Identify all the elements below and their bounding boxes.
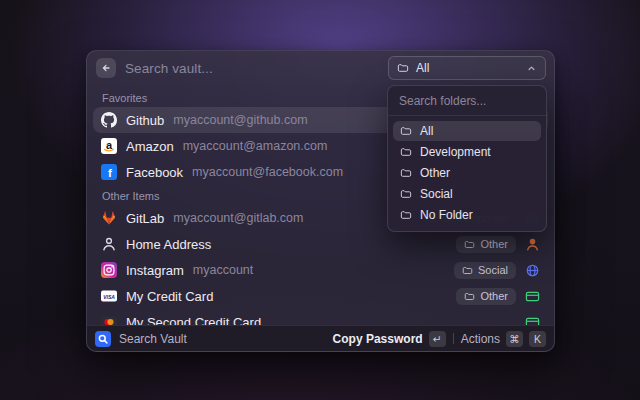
folder-badge-label: Social xyxy=(478,264,508,276)
folder-icon xyxy=(400,167,412,179)
cmd-key-badge: ⌘ xyxy=(506,331,523,347)
gitlab-icon xyxy=(101,210,117,226)
k-key-badge: K xyxy=(529,331,546,347)
folder-option-label: Other xyxy=(420,166,450,180)
folder-dropdown-panel: Search folders... All Development Other … xyxy=(387,85,547,232)
folder-icon xyxy=(400,188,412,200)
arrow-left-icon xyxy=(100,62,112,74)
github-icon xyxy=(101,112,117,128)
folder-icon xyxy=(400,209,412,221)
item-name: Instagram xyxy=(126,263,184,278)
folder-search-input[interactable]: Search folders... xyxy=(388,86,546,115)
item-name: My Credit Card xyxy=(126,289,213,304)
item-username: myaccount xyxy=(193,263,253,277)
search-vault-window: Search vault... All Favorites Github mya… xyxy=(86,50,555,352)
item-username: myaccount@github.com xyxy=(173,113,307,127)
identity-person-icon xyxy=(525,237,540,252)
folder-icon xyxy=(400,146,412,158)
folder-badge: Other xyxy=(456,288,516,305)
folder-badge-label: Other xyxy=(480,238,508,250)
folder-icon xyxy=(464,239,475,250)
desktop-background: Search vault... All Favorites Github mya… xyxy=(0,0,640,400)
item-name: Github xyxy=(126,113,164,128)
card-icon xyxy=(525,289,540,304)
folder-option-label: All xyxy=(420,124,433,138)
item-username: myaccount@facebook.com xyxy=(192,165,343,179)
vault-item-row[interactable]: VISA My Credit Card Other xyxy=(93,283,548,309)
back-button[interactable] xyxy=(96,58,116,78)
folder-option[interactable]: Other xyxy=(393,163,541,183)
item-name: My Second Credit Card xyxy=(126,315,261,326)
visa-card-icon: VISA xyxy=(101,288,117,304)
mastercard-icon xyxy=(101,314,117,325)
item-username: myaccount@gitlab.com xyxy=(173,211,303,225)
action-bar: Search Vault Copy Password ↵ Actions ⌘ K xyxy=(87,325,554,351)
chevron-up-icon xyxy=(526,63,537,74)
copy-password-label: Copy Password xyxy=(333,332,423,346)
folder-icon xyxy=(464,291,475,302)
item-name: Amazon xyxy=(126,139,174,154)
enter-key-badge: ↵ xyxy=(429,331,446,347)
vault-item-row[interactable]: Instagram myaccount Social xyxy=(93,257,548,283)
search-app-icon xyxy=(95,331,111,347)
search-bar: Search vault... All xyxy=(87,51,554,85)
folder-option[interactable]: Social xyxy=(393,184,541,204)
amazon-icon: a xyxy=(101,138,117,154)
folder-icon xyxy=(462,265,473,276)
vault-search-input[interactable]: Search vault... xyxy=(125,61,379,76)
folder-badge: Other xyxy=(456,236,516,253)
svg-text:VISA: VISA xyxy=(103,294,115,300)
facebook-icon: f xyxy=(101,164,117,180)
item-name: Home Address xyxy=(126,237,211,252)
folder-option-list: All Development Other Social No Folder xyxy=(388,116,546,225)
folder-option-label: Development xyxy=(420,145,491,159)
folder-option[interactable]: All xyxy=(393,121,541,141)
folder-option-label: No Folder xyxy=(420,208,473,222)
actions-button[interactable]: Actions ⌘ K xyxy=(461,331,546,347)
folder-option[interactable]: Development xyxy=(393,142,541,162)
address-person-icon xyxy=(101,236,117,252)
actions-label: Actions xyxy=(461,332,500,346)
item-name: GitLab xyxy=(126,211,164,226)
item-name: Facebook xyxy=(126,165,183,180)
vault-item-row[interactable]: Home Address Other xyxy=(93,231,548,257)
item-username: myaccount@amazon.com xyxy=(183,139,328,153)
instagram-icon xyxy=(101,262,117,278)
folder-option[interactable]: No Folder xyxy=(393,205,541,225)
folder-option-label: Social xyxy=(420,187,453,201)
folder-icon xyxy=(397,62,409,74)
folder-badge-label: Other xyxy=(480,290,508,302)
svg-text:a: a xyxy=(106,139,113,151)
folder-filter-value: All xyxy=(416,61,429,75)
vault-item-row[interactable]: My Second Credit Card xyxy=(93,309,548,325)
svg-text:f: f xyxy=(108,167,112,179)
app-name: Search Vault xyxy=(119,332,187,346)
folder-filter-dropdown[interactable]: All xyxy=(388,56,546,80)
divider xyxy=(453,333,454,344)
card-icon xyxy=(525,315,540,326)
globe-icon xyxy=(525,263,540,278)
folder-icon xyxy=(400,125,412,137)
folder-badge: Social xyxy=(454,262,516,279)
copy-password-button[interactable]: Copy Password ↵ xyxy=(333,331,446,347)
